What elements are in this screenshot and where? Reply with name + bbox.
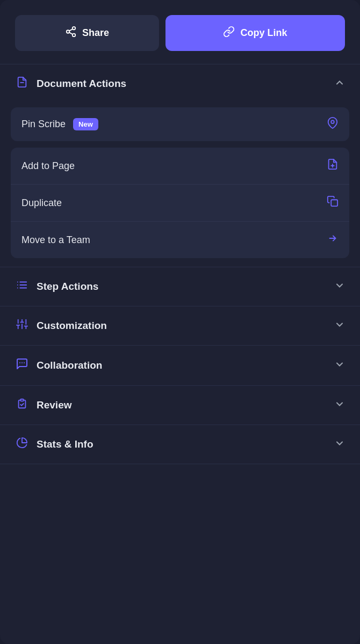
document-actions-content: Pin Scribe New Add to Page xyxy=(0,103,360,267)
copy-link-button[interactable]: Copy Link xyxy=(165,15,345,51)
review-header[interactable]: Review xyxy=(0,386,360,425)
pin-icon xyxy=(327,117,339,131)
new-badge: New xyxy=(73,118,98,130)
share-icon xyxy=(65,26,77,40)
customization-header[interactable]: Customization xyxy=(0,306,360,345)
collaboration-label: Collaboration xyxy=(37,360,102,371)
duplicate-label: Duplicate xyxy=(21,197,62,209)
document-actions-label: Document Actions xyxy=(37,78,126,90)
pin-scribe-left: Pin Scribe New xyxy=(21,118,98,130)
review-header-left: Review xyxy=(15,398,71,413)
customization-header-left: Customization xyxy=(15,318,107,333)
svg-rect-20 xyxy=(20,399,24,401)
stats-info-chevron xyxy=(334,438,345,451)
move-to-team-label: Move to a Team xyxy=(21,235,90,246)
stats-info-header-left: Stats & Info xyxy=(15,437,93,452)
document-actions-header[interactable]: Document Actions xyxy=(0,64,360,103)
step-actions-header[interactable]: Step Actions xyxy=(0,267,360,306)
svg-point-1 xyxy=(331,120,334,123)
share-button[interactable]: Share xyxy=(15,15,159,51)
share-label: Share xyxy=(82,27,109,39)
move-to-team-item[interactable]: Move to a Team xyxy=(11,222,349,258)
copy-link-label: Copy Link xyxy=(240,27,287,39)
stats-info-label: Stats & Info xyxy=(37,438,93,450)
steps-icon xyxy=(15,279,29,294)
review-chevron xyxy=(334,399,345,412)
main-container: Share Copy Link Document Actions xyxy=(0,0,360,644)
chat-icon xyxy=(15,357,29,374)
move-icon xyxy=(327,232,339,247)
add-to-page-item[interactable]: Add to Page xyxy=(11,148,349,185)
duplicate-icon xyxy=(327,195,339,210)
clipboard-icon xyxy=(15,398,29,413)
stats-info-divider xyxy=(0,464,360,464)
link-icon xyxy=(223,26,235,40)
step-actions-label: Step Actions xyxy=(37,281,98,292)
document-actions-chevron xyxy=(334,77,345,91)
svg-rect-4 xyxy=(331,200,337,206)
pin-scribe-item[interactable]: Pin Scribe New xyxy=(11,107,349,141)
review-label: Review xyxy=(37,399,71,411)
document-actions-header-left: Document Actions xyxy=(15,76,126,91)
add-to-page-label: Add to Page xyxy=(21,160,75,172)
customization-label: Customization xyxy=(37,320,107,332)
collaboration-header-left: Collaboration xyxy=(15,357,102,374)
header-buttons: Share Copy Link xyxy=(0,0,360,64)
duplicate-item[interactable]: Duplicate xyxy=(11,185,349,222)
step-actions-header-left: Step Actions xyxy=(15,279,98,294)
stats-info-header[interactable]: Stats & Info xyxy=(0,425,360,464)
document-icon xyxy=(15,76,29,91)
collaboration-chevron xyxy=(334,359,345,372)
chart-icon xyxy=(15,437,29,452)
sliders-icon xyxy=(15,318,29,333)
pin-scribe-label: Pin Scribe xyxy=(21,119,66,130)
action-list: Add to Page Duplicate xyxy=(11,148,349,258)
customization-chevron xyxy=(334,319,345,333)
add-page-icon xyxy=(327,158,339,173)
step-actions-chevron xyxy=(334,280,345,294)
collaboration-header[interactable]: Collaboration xyxy=(0,346,360,385)
